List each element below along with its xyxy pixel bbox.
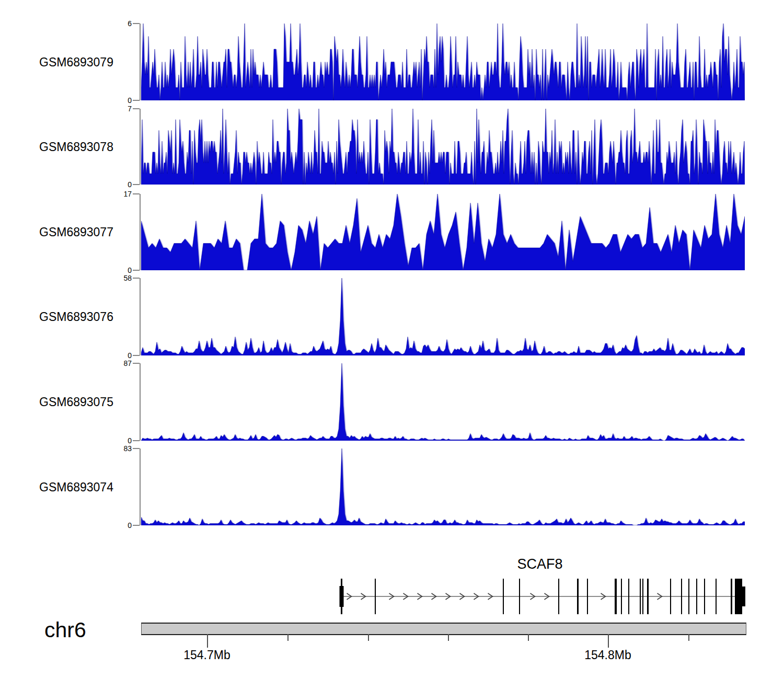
- genome-axis-minor-tick: [688, 634, 689, 641]
- coverage-signal: [141, 194, 745, 270]
- genome-axis-tick-label: 154.8Mb: [550, 648, 665, 662]
- genome-axis-tick-label: 154.7Mb: [149, 648, 264, 662]
- coverage-signal: [141, 278, 745, 355]
- exon-bar: [681, 579, 682, 614]
- yaxis-min-label: 0: [73, 521, 132, 530]
- coverage-signal-area: [141, 363, 745, 441]
- exon-bar: [731, 579, 732, 614]
- genome-browser-figure: GSM6893079 6 0 GSM6893078 7 0 GSM6893077…: [0, 0, 784, 690]
- yaxis-line: [140, 194, 141, 270]
- yaxis-bottom-tick: [133, 440, 140, 441]
- exon-bar: [587, 579, 588, 614]
- gene-model-track: [141, 572, 747, 622]
- first-exon-cds-box: [340, 586, 344, 607]
- genome-axis-minor-tick: [287, 634, 289, 641]
- yaxis-max-label: 7: [73, 104, 132, 113]
- exon-bar: [375, 579, 376, 614]
- yaxis-max-label: 58: [73, 273, 132, 283]
- yaxis-line: [140, 363, 141, 441]
- coverage-signal-halo: [142, 278, 745, 355]
- yaxis-top-tick: [133, 108, 140, 109]
- yaxis-line: [140, 448, 141, 525]
- yaxis-bottom-tick: [133, 525, 140, 526]
- yaxis-top-tick: [133, 193, 140, 194]
- track-label: GSM6893074: [39, 480, 139, 494]
- exon-bar: [558, 579, 559, 614]
- coverage-signal-area: [141, 194, 745, 270]
- exon-bar: [647, 579, 649, 614]
- coverage-signal: [141, 109, 745, 185]
- yaxis-bottom-tick: [133, 270, 140, 271]
- genome-axis-minor-tick: [368, 634, 369, 641]
- track-label: GSM6893077: [39, 225, 139, 239]
- genome-axis-minor-tick: [448, 634, 449, 641]
- exon-bar: [628, 579, 629, 614]
- coverage-signal: [141, 363, 745, 441]
- yaxis-min-label: 0: [73, 180, 132, 189]
- yaxis-bottom-tick: [133, 184, 140, 185]
- yaxis-line: [140, 109, 141, 185]
- exon-bar: [716, 579, 717, 614]
- chromosome-label: chr6: [44, 618, 86, 642]
- yaxis-max-label: 6: [73, 19, 132, 28]
- coverage-signal-area: [141, 448, 745, 525]
- exon-bar: [615, 579, 617, 614]
- exon-bar: [621, 579, 622, 614]
- yaxis-bottom-tick: [133, 355, 140, 356]
- yaxis-max-label: 87: [73, 359, 132, 368]
- coverage-signal-area: [141, 278, 745, 355]
- coverage-signal: [141, 448, 745, 525]
- yaxis-top-tick: [133, 448, 140, 449]
- yaxis-top-tick: [133, 363, 140, 364]
- exon-bar: [503, 579, 504, 614]
- track-label: GSM6893078: [39, 140, 139, 154]
- exon-bar: [640, 579, 641, 614]
- track-label: GSM6893075: [39, 395, 139, 409]
- yaxis-bottom-tick: [133, 100, 140, 101]
- track-label: GSM6893079: [39, 55, 139, 70]
- coverage-signal-halo: [142, 363, 745, 441]
- exon-bar: [688, 579, 689, 614]
- yaxis-top-tick: [133, 278, 140, 279]
- yaxis-line: [140, 24, 141, 100]
- exon-bar: [577, 579, 579, 614]
- exon-bar: [642, 579, 643, 614]
- track-label: GSM6893076: [39, 309, 139, 324]
- gene-name-label: SCAF8: [488, 556, 592, 572]
- yaxis-top-tick: [133, 23, 140, 24]
- coverage-signal: [141, 24, 745, 100]
- genome-axis-minor-tick: [528, 634, 529, 641]
- yaxis-max-label: 83: [73, 444, 132, 453]
- chromosome-ideogram-bar: [141, 623, 746, 635]
- yaxis-max-label: 17: [73, 189, 132, 199]
- exon-bar: [519, 579, 520, 614]
- genome-axis-major-tick: [207, 634, 208, 648]
- coverage-signal-halo: [142, 448, 745, 525]
- genome-axis-major-tick: [608, 634, 609, 648]
- yaxis-line: [140, 278, 141, 355]
- exon-bar: [696, 579, 697, 614]
- terminal-exon-box: [735, 579, 742, 614]
- exon-bar: [704, 579, 705, 614]
- exon-bar: [670, 579, 671, 614]
- terminal-exon-utr-tail: [742, 586, 745, 606]
